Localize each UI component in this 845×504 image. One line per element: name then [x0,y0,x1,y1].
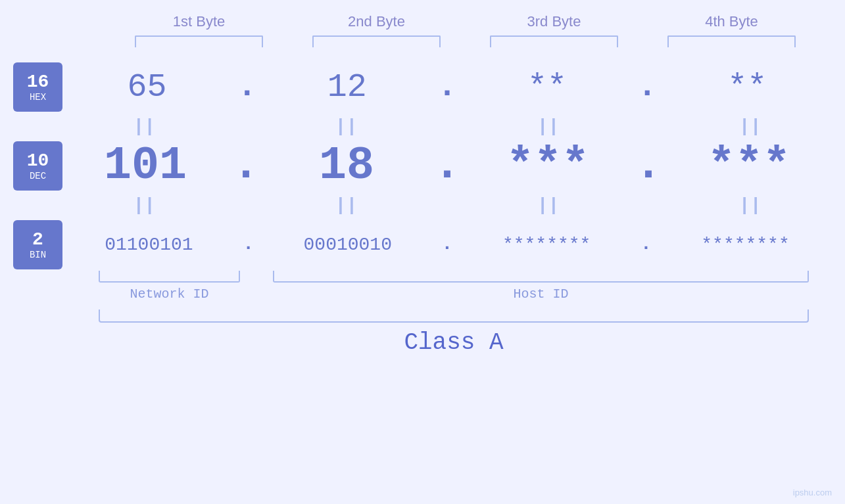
hex-cell-1: 65 [75,68,220,106]
bin-val-1: 01100101 [105,235,193,255]
bin-badge: 2 BIN [13,220,62,269]
id-labels-row: Network ID Host ID [99,286,809,302]
bin-badge-label: BIN [30,250,46,260]
eq-1-2: || [274,116,418,137]
dec-cell-2: 18 [274,140,419,192]
bin-cell-2: 00010010 [276,235,420,255]
hex-val-4: ** [727,68,767,106]
bracket-gap [240,271,273,283]
bin-badge-number: 2 [32,229,43,250]
bin-dot-2: . [442,235,453,254]
eq-2-4: || [678,195,823,216]
hex-cell-3: ** [475,68,619,106]
bracket-2 [312,35,441,47]
bracket-4 [667,35,796,47]
hex-data-row: 65 . 12 . ** . ** [62,60,832,113]
eq-1-4: || [678,116,823,137]
hex-dot-2: . [437,70,457,103]
bin-val-2: 00010010 [304,235,392,255]
bin-cell-1: 01100101 [76,235,221,255]
bin-dot-1: . [243,235,254,254]
equals-spacer-2 [13,192,62,218]
data-rows-column: 65 . 12 . ** . ** || || [62,60,832,271]
eq-2-2: || [274,195,418,216]
bin-cell-4: ******** [673,235,818,255]
bottom-brackets-container [99,271,809,283]
hex-dot-1: . [237,70,257,103]
hex-dot-3: . [637,70,657,103]
hex-val-2: 12 [327,68,367,106]
eq-2-3: || [476,195,621,216]
equals-row-1: || || || || [62,113,832,139]
eq-2-1: || [72,195,216,216]
eq-1-1: || [72,116,216,137]
eq-1-3: || [476,116,621,137]
dec-badge: 10 DEC [13,141,62,191]
byte-header-4: 4th Byte [660,13,804,30]
top-brackets-row [110,35,821,47]
hex-badge-label: HEX [30,92,46,103]
dec-val-2: 18 [319,140,374,192]
class-label: Class A [99,329,809,356]
outer-bracket [99,309,809,323]
watermark: ipshu.com [793,488,832,497]
host-bracket [273,271,809,283]
dec-val-3: *** [506,140,589,192]
byte-headers-row: 1st Byte 2nd Byte 3rd Byte 4th Byte [110,13,821,30]
badges-column: 16 HEX 10 DEC 2 BIN [13,60,62,271]
main-container: 1st Byte 2nd Byte 3rd Byte 4th Byte 16 H… [0,0,845,504]
data-section: 16 HEX 10 DEC 2 BIN [13,60,832,271]
hex-cell-2: 12 [275,68,420,106]
dec-dot-1: . [232,143,260,189]
equals-row-2: || || || || [62,192,832,218]
bin-cell-3: ******** [474,235,619,255]
bin-val-3: ******** [502,235,591,255]
bin-badge-wrapper: 2 BIN [13,218,62,271]
hex-badge-number: 16 [27,72,49,92]
bracket-1 [135,35,263,47]
network-bracket [99,271,240,283]
network-id-label: Network ID [99,286,240,302]
dec-badge-number: 10 [27,150,49,171]
hex-val-3: ** [527,68,567,106]
dec-data-row: 101 . 18 . *** . *** [62,139,832,192]
hex-val-1: 65 [128,68,167,106]
byte-header-2: 2nd Byte [304,13,449,30]
dec-cell-4: *** [677,140,821,192]
bin-dot-3: . [640,235,652,254]
equals-spacer-1 [13,113,62,139]
bin-data-row: 01100101 . 00010010 . ******** . *******… [62,218,832,271]
hex-cell-4: ** [675,68,819,106]
dec-dot-2: . [433,143,461,189]
hex-badge-wrapper: 16 HEX [13,60,62,113]
dec-val-1: 101 [104,140,187,192]
hex-badge: 16 HEX [13,62,62,112]
dec-badge-label: DEC [30,171,46,181]
host-id-label: Host ID [273,286,809,302]
dec-cell-1: 101 [73,140,218,192]
dec-val-4: *** [708,140,790,192]
byte-header-1: 1st Byte [127,13,272,30]
dec-badge-wrapper: 10 DEC [13,139,62,192]
bin-val-4: ******** [701,235,789,255]
bottom-section: Network ID Host ID Class A [13,271,832,356]
dec-dot-3: . [635,143,662,189]
dec-cell-3: *** [475,140,620,192]
byte-header-3: 3rd Byte [482,13,627,30]
bracket-3 [490,35,618,47]
